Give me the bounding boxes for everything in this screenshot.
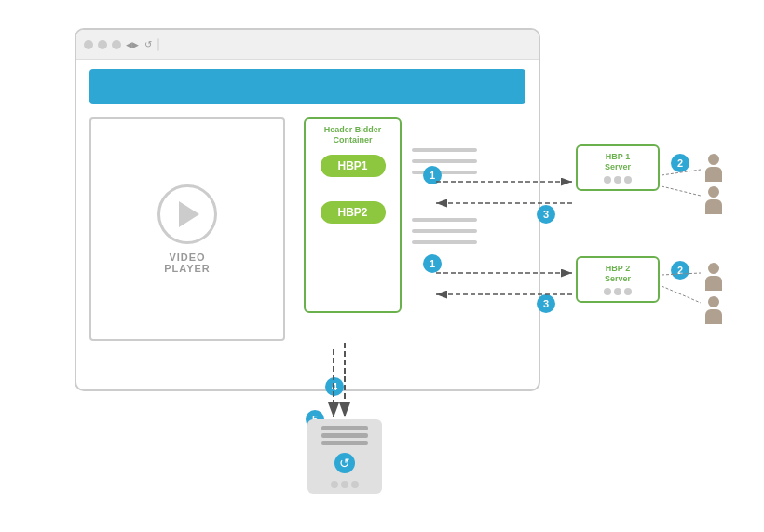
- person-icon-3: [703, 263, 724, 294]
- step-badge-2a: 2: [671, 154, 689, 172]
- hbp1-server-label: HBP 1Server: [582, 152, 653, 172]
- dot-5: [614, 288, 621, 295]
- hbp2-server-dots: [582, 288, 653, 295]
- hb-container-box: Header Bidder Container HBP1 HBP2: [304, 117, 402, 313]
- hbp2-server-label: HBP 2Server: [582, 264, 653, 284]
- h-line-6: [412, 240, 477, 244]
- browser-content: VIDEOPLAYER Header Bidder Container HBP1…: [76, 60, 539, 369]
- person-head-3: [708, 263, 719, 274]
- person-body-2: [705, 199, 722, 214]
- hbp2-button: HBP2: [321, 201, 386, 224]
- ad-dot-3: [351, 481, 359, 488]
- play-button: [157, 184, 217, 244]
- person-icon-2: [703, 186, 724, 218]
- back-forward-icon: ◀▶: [126, 40, 139, 49]
- video-player: VIDEOPLAYER: [89, 117, 285, 341]
- browser-dot-2: [98, 40, 107, 49]
- ad-server-logo: ↺: [334, 453, 355, 473]
- dot-2: [614, 176, 621, 184]
- person-head-2: [708, 186, 719, 198]
- reload-icon: ↺: [144, 39, 152, 49]
- browser-window: ◀▶ ↺ VIDEOPLAYER Header Bidder Container…: [75, 28, 540, 391]
- person-head-4: [708, 296, 719, 307]
- svg-line-9: [662, 286, 701, 303]
- step-badge-4: 4: [325, 377, 344, 396]
- h-line-3: [412, 171, 477, 174]
- person-body-3: [705, 276, 722, 291]
- browser-titlebar: ◀▶ ↺: [76, 30, 539, 60]
- person-body-1: [705, 167, 722, 182]
- ad-dot-2: [341, 481, 348, 488]
- ad-server-dots: [331, 481, 359, 488]
- h-line-5: [412, 229, 477, 233]
- person-icon-4: [703, 296, 724, 328]
- ad-server-box: ↺: [307, 419, 382, 494]
- person-body-4: [705, 309, 722, 324]
- person-icon-1: [703, 154, 724, 185]
- h-line-2: [412, 159, 477, 163]
- hbp1-server-dots: [582, 176, 653, 184]
- person-head-1: [708, 154, 719, 165]
- step-badge-3b: 3: [537, 294, 555, 313]
- step-badge-1a: 1: [423, 166, 442, 184]
- browser-dot-1: [84, 40, 93, 49]
- lines-area-bottom: [412, 218, 477, 244]
- play-triangle-icon: [179, 201, 199, 227]
- address-bar[interactable]: [157, 38, 159, 51]
- step-badge-2b: 2: [671, 261, 689, 280]
- diagram-container: ◀▶ ↺ VIDEOPLAYER Header Bidder Container…: [0, 0, 764, 532]
- h-line-1: [412, 148, 477, 152]
- ad-server-lines: [321, 426, 368, 445]
- lines-area-top: [412, 148, 477, 174]
- hbp2-server-box: HBP 2Server: [576, 256, 660, 303]
- step-badge-3a: 3: [537, 205, 555, 224]
- dot-1: [604, 176, 611, 184]
- ad-dot-1: [331, 481, 338, 488]
- dot-4: [604, 288, 611, 295]
- blue-banner: [89, 69, 525, 104]
- hbp1-server-box: HBP 1Server: [576, 144, 660, 191]
- browser-dot-3: [112, 40, 121, 49]
- video-player-label: VIDEOPLAYER: [164, 252, 211, 274]
- hb-container-label: Header Bidder Container: [311, 125, 394, 145]
- step-badge-1b: 1: [423, 254, 442, 273]
- hbp1-button: HBP1: [321, 155, 386, 177]
- dot-3: [624, 176, 632, 184]
- ad-server-line-2: [321, 433, 368, 438]
- ad-server-line-3: [321, 441, 368, 445]
- dot-6: [624, 288, 632, 295]
- ad-server-line-1: [321, 426, 368, 430]
- nav-row: ◀▶ ↺: [126, 34, 159, 55]
- svg-line-7: [662, 186, 701, 196]
- h-line-4: [412, 218, 477, 222]
